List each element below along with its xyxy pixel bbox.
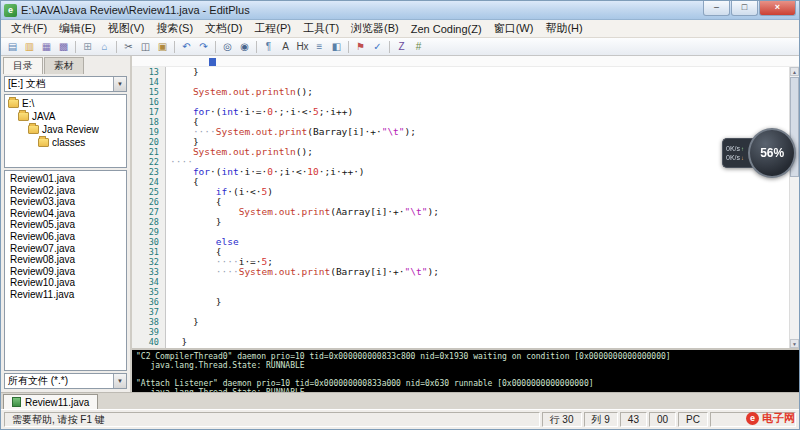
file-list-item[interactable]: Review06.java	[7, 231, 124, 243]
syntax-check-icon[interactable]: ✓	[369, 39, 386, 55]
code-token: }	[170, 296, 221, 307]
code-line	[170, 347, 799, 348]
status-cell-column: 列 9	[584, 412, 618, 427]
sidebar-tab-cliptext[interactable]: 素材	[44, 57, 84, 74]
file-list-item[interactable]: Review07.java	[7, 243, 124, 255]
file-filter[interactable]: 所有文件 (*.*) ▼	[4, 373, 127, 389]
scroll-up-arrow-icon[interactable]: ▲	[790, 67, 799, 76]
tree-item[interactable]: JAVA	[5, 110, 126, 123]
code-line: System.out.println();	[170, 87, 799, 97]
directory-tree: E:\JAVAJava Reviewclasses	[4, 94, 127, 168]
menu-view[interactable]: 视图(V)	[102, 20, 151, 37]
minimize-button[interactable]: –	[703, 1, 730, 16]
scroll-down-arrow-icon[interactable]: ▼	[790, 339, 799, 348]
menu-tools[interactable]: 工具(T)	[297, 20, 345, 37]
file-list-item[interactable]: Review08.java	[7, 254, 124, 266]
tree-item[interactable]: E:\	[5, 97, 126, 110]
code-line: }	[170, 337, 799, 347]
up-arrow-icon: ↑	[741, 145, 744, 153]
code-token: ·(	[210, 166, 221, 177]
zen-coding-icon[interactable]: Z	[393, 39, 410, 55]
line-number: 32	[132, 257, 165, 267]
find-icon[interactable]: ◎	[219, 39, 236, 55]
toolbar: ▤▥▦▩⊞⌂✂◫▣↶↷◎◉¶AHx≡◧⚑✓Z#	[1, 38, 799, 56]
code-token: System.out.println	[193, 86, 296, 97]
line-number: 19	[132, 127, 165, 137]
browser-preview-icon[interactable]: ⌂	[96, 39, 113, 55]
file-list-item[interactable]: Review01.java	[7, 173, 124, 185]
file-list-item[interactable]: Review02.java	[7, 185, 124, 197]
line-number: 30	[132, 237, 165, 247]
tree-item[interactable]: classes	[5, 136, 126, 149]
menu-zen-coding[interactable]: Zen Coding(Z)	[405, 22, 488, 36]
undo-icon[interactable]: ↶	[178, 39, 195, 55]
code-editor[interactable]: } System.out.println(); for·(int·i·=·0·;…	[166, 67, 799, 348]
menu-help[interactable]: 帮助(H)	[539, 20, 588, 37]
watermark-text: 电子网	[762, 411, 795, 426]
bookmark-icon[interactable]: ⚑	[352, 39, 369, 55]
code-token	[170, 86, 193, 97]
hex-view-icon[interactable]: Hx	[294, 39, 311, 55]
font-icon[interactable]: A	[277, 39, 294, 55]
console-line	[136, 370, 795, 379]
toolbar-separator	[215, 41, 216, 53]
memory-usage-percent[interactable]: 56%	[748, 128, 796, 178]
menu-browser[interactable]: 浏览器(B)	[345, 20, 405, 37]
toolbar-separator	[348, 41, 349, 53]
chevron-down-icon[interactable]: ▼	[113, 77, 126, 91]
preferences-icon[interactable]: #	[410, 39, 427, 55]
output-console[interactable]: "C2 CompilerThread0" daemon prio=10 tid=…	[132, 348, 799, 392]
cut-icon[interactable]: ✂	[120, 39, 137, 55]
save-all-icon[interactable]: ▩	[55, 39, 72, 55]
window-controls: – □ ×	[703, 1, 796, 16]
file-list-item[interactable]: Review05.java	[7, 219, 124, 231]
new-document-icon[interactable]: ▤	[4, 39, 21, 55]
copy-icon[interactable]: ◫	[137, 39, 154, 55]
code-area: 1314151617181920212223242526272829303132…	[132, 67, 799, 348]
line-number: 29	[132, 227, 165, 237]
show-paragraph-marks-icon[interactable]: ¶	[260, 39, 277, 55]
open-file-icon[interactable]: ▥	[21, 39, 38, 55]
sidebar-tab-directory[interactable]: 目录	[3, 57, 43, 74]
file-list-item[interactable]: Review04.java	[7, 208, 124, 220]
file-list-item[interactable]: Review10.java	[7, 277, 124, 289]
document-tab[interactable]: Review11.java	[3, 394, 98, 409]
menu-document[interactable]: 文档(D)	[199, 20, 248, 37]
word-wrap-icon[interactable]: ≡	[311, 39, 328, 55]
menu-search[interactable]: 搜索(S)	[150, 20, 199, 37]
file-list: Review01.javaReview02.javaReview03.javaR…	[4, 170, 127, 371]
menu-project[interactable]: 工程(P)	[248, 20, 297, 37]
line-number: 26	[132, 197, 165, 207]
speed-ball-widget[interactable]: 0K/s↑ 0K/s↓ 56%	[722, 127, 796, 179]
replace-icon[interactable]: ◉	[236, 39, 253, 55]
menu-edit[interactable]: 编辑(E)	[53, 20, 102, 37]
code-token: int	[222, 166, 239, 177]
file-list-item[interactable]: Review11.java	[7, 289, 124, 301]
redo-icon[interactable]: ↷	[195, 39, 212, 55]
line-number: 31	[132, 247, 165, 257]
menu-window[interactable]: 窗口(W)	[488, 20, 540, 37]
split-view-icon[interactable]: ◧	[328, 39, 345, 55]
drive-selector[interactable]: [E:] 文档 ▼	[4, 76, 127, 92]
vertical-scrollbar[interactable]: ▲ ▼	[789, 67, 799, 348]
file-list-item[interactable]: Review09.java	[7, 266, 124, 278]
save-icon[interactable]: ▦	[38, 39, 55, 55]
tree-item[interactable]: Java Review	[5, 123, 126, 136]
chevron-down-icon[interactable]: ▼	[113, 374, 126, 388]
line-number: 33	[132, 267, 165, 277]
code-token: ;·i++)	[319, 106, 353, 117]
title-bar[interactable]: e E:\JAVA\Java Review\Review11.java - Ed…	[1, 1, 799, 20]
line-number: 35	[132, 287, 165, 297]
code-token: System.out.print	[239, 266, 331, 277]
maximize-button[interactable]: □	[731, 1, 758, 16]
code-token: "\t"	[405, 266, 428, 277]
code-token: ·(i·<·	[227, 186, 261, 197]
print-icon[interactable]: ⊞	[79, 39, 96, 55]
file-list-item[interactable]: Review03.java	[7, 196, 124, 208]
code-line	[170, 307, 799, 317]
close-button[interactable]: ×	[759, 1, 796, 16]
paste-icon[interactable]: ▣	[154, 39, 171, 55]
code-token: System.out.print	[239, 206, 331, 217]
menu-file[interactable]: 文件(F)	[5, 20, 53, 37]
code-line: System.out.println();	[170, 147, 799, 157]
